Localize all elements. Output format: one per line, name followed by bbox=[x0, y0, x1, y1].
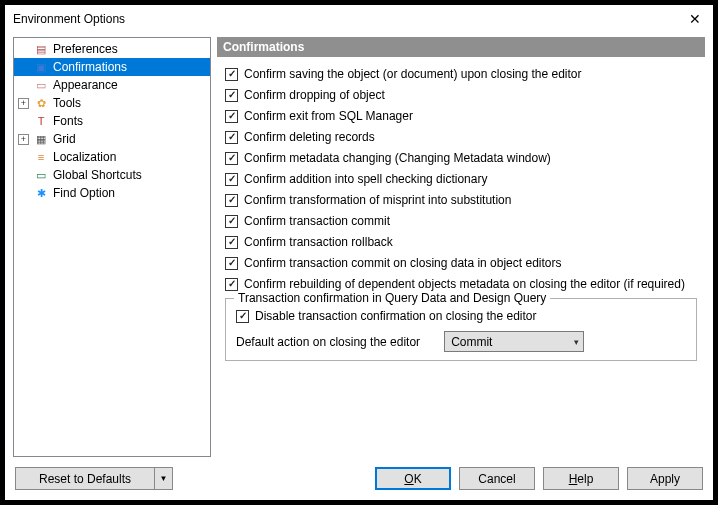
checkbox-icon[interactable] bbox=[236, 310, 249, 323]
check-label: Confirm transaction commit bbox=[244, 214, 390, 228]
tree-label: Preferences bbox=[53, 42, 118, 56]
check-row[interactable]: Confirm metadata changing (Changing Meta… bbox=[225, 151, 697, 165]
pref-icon: ▤ bbox=[33, 41, 49, 57]
window-title: Environment Options bbox=[13, 12, 125, 26]
tree-label: Localization bbox=[53, 150, 116, 164]
apply-button[interactable]: Apply bbox=[627, 467, 703, 490]
default-action-dropdown[interactable]: Commit ▾ bbox=[444, 331, 584, 352]
check-label: Confirm transaction commit on closing da… bbox=[244, 256, 561, 270]
reset-dropdown-arrow[interactable]: ▼ bbox=[155, 467, 173, 490]
tree-item-find[interactable]: ✱ Find Option bbox=[14, 184, 210, 202]
checkbox-icon[interactable] bbox=[225, 194, 238, 207]
conf-icon: ▣ bbox=[33, 59, 49, 75]
expander-icon[interactable]: + bbox=[18, 98, 29, 109]
check-row[interactable]: Confirm saving the object (or document) … bbox=[225, 67, 697, 81]
tree-label: Grid bbox=[53, 132, 76, 146]
dialog-window: Environment Options ✕ ▤ Preferences ▣ Co… bbox=[4, 4, 714, 501]
app-icon: ▭ bbox=[33, 77, 49, 93]
group-title: Transaction confirmation in Query Data a… bbox=[234, 291, 550, 305]
check-label: Confirm addition into spell checking dic… bbox=[244, 172, 487, 186]
section-title: Confirmations bbox=[217, 37, 705, 57]
default-action-row: Default action on closing the editor Com… bbox=[236, 331, 686, 352]
checkbox-icon[interactable] bbox=[225, 257, 238, 270]
tree-label: Tools bbox=[53, 96, 81, 110]
check-row[interactable]: Confirm rebuilding of dependent objects … bbox=[225, 277, 697, 291]
checkbox-icon[interactable] bbox=[225, 173, 238, 186]
checkbox-icon[interactable] bbox=[225, 215, 238, 228]
tree-item-preferences[interactable]: ▤ Preferences bbox=[14, 40, 210, 58]
tree-item-grid[interactable]: + ▦ Grid bbox=[14, 130, 210, 148]
grid-icon: ▦ bbox=[33, 131, 49, 147]
loc-icon: ≡ bbox=[33, 149, 49, 165]
content-area: ▤ Preferences ▣ Confirmations ▭ Appearan… bbox=[5, 33, 713, 457]
cancel-button[interactable]: Cancel bbox=[459, 467, 535, 490]
tree-label: Appearance bbox=[53, 78, 118, 92]
footer: Reset to Defaults ▼ OK Cancel Help Apply bbox=[5, 457, 713, 500]
checkbox-icon[interactable] bbox=[225, 68, 238, 81]
tree-item-tools[interactable]: + ✿ Tools bbox=[14, 94, 210, 112]
tree-label: Confirmations bbox=[53, 60, 127, 74]
check-row[interactable]: Confirm addition into spell checking dic… bbox=[225, 172, 697, 186]
tree-item-fonts[interactable]: T Fonts bbox=[14, 112, 210, 130]
nav-tree[interactable]: ▤ Preferences ▣ Confirmations ▭ Appearan… bbox=[13, 37, 211, 457]
keys-icon: ▭ bbox=[33, 167, 49, 183]
check-row[interactable]: Confirm deleting records bbox=[225, 130, 697, 144]
tree-item-appearance[interactable]: ▭ Appearance bbox=[14, 76, 210, 94]
transaction-group: Transaction confirmation in Query Data a… bbox=[225, 298, 697, 361]
checkbox-icon[interactable] bbox=[225, 278, 238, 291]
checkbox-icon[interactable] bbox=[225, 110, 238, 123]
tree-item-confirmations[interactable]: ▣ Confirmations bbox=[14, 58, 210, 76]
tools-icon: ✿ bbox=[33, 95, 49, 111]
checkbox-icon[interactable] bbox=[225, 152, 238, 165]
check-row[interactable]: Confirm dropping of object bbox=[225, 88, 697, 102]
help-button[interactable]: Help bbox=[543, 467, 619, 490]
dropdown-value: Commit bbox=[451, 335, 492, 349]
checkbox-icon[interactable] bbox=[225, 236, 238, 249]
find-icon: ✱ bbox=[33, 185, 49, 201]
tree-label: Global Shortcuts bbox=[53, 168, 142, 182]
check-label: Confirm metadata changing (Changing Meta… bbox=[244, 151, 551, 165]
check-row[interactable]: Confirm transaction commit on closing da… bbox=[225, 256, 697, 270]
check-label: Confirm rebuilding of dependent objects … bbox=[244, 277, 685, 291]
check-label: Confirm deleting records bbox=[244, 130, 375, 144]
tree-item-localization[interactable]: ≡ Localization bbox=[14, 148, 210, 166]
reset-button[interactable]: Reset to Defaults bbox=[15, 467, 155, 490]
default-action-label: Default action on closing the editor bbox=[236, 335, 420, 349]
reset-split-button[interactable]: Reset to Defaults ▼ bbox=[15, 467, 173, 490]
tree-label: Fonts bbox=[53, 114, 83, 128]
check-row[interactable]: Confirm transaction commit bbox=[225, 214, 697, 228]
check-row[interactable]: Confirm transformation of misprint into … bbox=[225, 193, 697, 207]
check-row[interactable]: Confirm exit from SQL Manager bbox=[225, 109, 697, 123]
tree-label: Find Option bbox=[53, 186, 115, 200]
tree-item-shortcuts[interactable]: ▭ Global Shortcuts bbox=[14, 166, 210, 184]
check-row[interactable]: Disable transaction confirmation on clos… bbox=[236, 309, 686, 323]
checkbox-icon[interactable] bbox=[225, 89, 238, 102]
check-label: Confirm exit from SQL Manager bbox=[244, 109, 413, 123]
check-label: Disable transaction confirmation on clos… bbox=[255, 309, 536, 323]
check-row[interactable]: Confirm transaction rollback bbox=[225, 235, 697, 249]
check-label: Confirm transaction rollback bbox=[244, 235, 393, 249]
checkbox-icon[interactable] bbox=[225, 131, 238, 144]
expander-icon[interactable]: + bbox=[18, 134, 29, 145]
chevron-down-icon: ▾ bbox=[574, 337, 579, 347]
titlebar: Environment Options ✕ bbox=[5, 5, 713, 33]
font-icon: T bbox=[33, 113, 49, 129]
options-area: Confirm saving the object (or document) … bbox=[217, 57, 705, 457]
ok-button[interactable]: OK bbox=[375, 467, 451, 490]
close-icon[interactable]: ✕ bbox=[685, 11, 705, 27]
check-label: Confirm saving the object (or document) … bbox=[244, 67, 582, 81]
check-label: Confirm dropping of object bbox=[244, 88, 385, 102]
check-label: Confirm transformation of misprint into … bbox=[244, 193, 511, 207]
detail-panel: Confirmations Confirm saving the object … bbox=[217, 37, 705, 457]
